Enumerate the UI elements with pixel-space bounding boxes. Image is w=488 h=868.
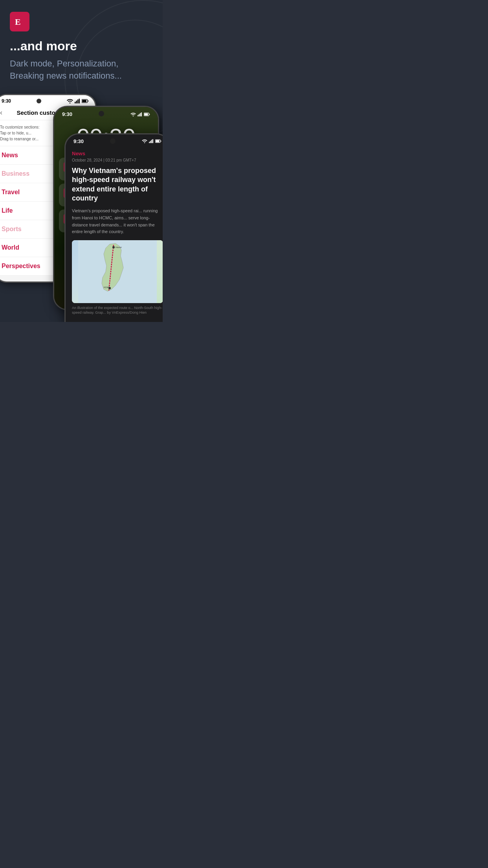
battery-icon <box>82 99 89 103</box>
phone1-time: 9:30 <box>2 98 11 104</box>
svg-text:Hanoi: Hanoi <box>116 246 122 248</box>
svg-rect-16 <box>144 113 148 115</box>
svg-point-24 <box>144 142 145 143</box>
phone1-status-bar: 9:30 <box>0 95 95 105</box>
svg-rect-14 <box>141 112 142 116</box>
svg-text:HCMC: HCMC <box>104 286 110 289</box>
phone3-status-bar: 9:30 <box>66 134 163 146</box>
app-logo: E <box>10 12 29 31</box>
back-icon[interactable]: ‹ <box>0 108 2 117</box>
article-content: News October 28, 2024 | 03:21 pm GMT+7 W… <box>66 146 163 322</box>
page-subtext: Dark mode, Personalization, Breaking new… <box>10 58 153 82</box>
svg-rect-8 <box>82 100 86 102</box>
svg-rect-13 <box>140 113 141 116</box>
svg-rect-12 <box>139 114 139 116</box>
phone3-status-icons <box>142 139 161 143</box>
battery-icon-2 <box>144 112 150 116</box>
svg-point-10 <box>133 116 134 116</box>
phone1-camera <box>37 99 41 103</box>
phone2-status-icons <box>130 112 150 116</box>
svg-rect-27 <box>151 140 152 143</box>
svg-rect-4 <box>76 101 77 103</box>
svg-rect-6 <box>79 99 80 103</box>
svg-rect-25 <box>149 142 150 143</box>
svg-point-2 <box>70 102 71 103</box>
article-image: Hanoi HCMC <box>72 240 163 303</box>
wifi-icon-3 <box>142 139 147 143</box>
phone3-camera <box>110 138 116 144</box>
article-title: Why Vietnam's proposed high-speed railwa… <box>72 166 163 203</box>
svg-rect-17 <box>149 114 150 115</box>
article-category: News <box>72 151 163 156</box>
svg-rect-9 <box>88 100 89 101</box>
wifi-icon <box>67 99 73 103</box>
signal-icon <box>75 99 80 103</box>
svg-rect-11 <box>138 115 138 116</box>
wifi-icon-2 <box>130 112 136 116</box>
signal-icon-2 <box>138 112 142 116</box>
logo-icon: E <box>13 15 26 28</box>
svg-point-34 <box>112 246 115 248</box>
phone2-time: 9:30 <box>62 111 72 117</box>
svg-rect-5 <box>77 99 79 103</box>
battery-icon-3 <box>155 139 161 143</box>
vietnam-map: Hanoi HCMC <box>72 240 163 303</box>
svg-text:E: E <box>15 17 21 27</box>
phone-article-view: 9:30 <box>64 133 163 322</box>
article-caption: An illustration of the expected route o.… <box>72 305 163 315</box>
page-headline: ...and more <box>10 39 153 53</box>
article-body: Vietnam's proposed high-speed rai... run… <box>72 208 163 235</box>
svg-rect-3 <box>75 102 76 103</box>
header-section: E ...and more Dark mode, Personalization… <box>0 0 163 90</box>
phone2-status-bar: 9:30 <box>54 107 158 120</box>
svg-rect-30 <box>156 140 159 142</box>
map-svg: Hanoi HCMC <box>72 240 163 303</box>
signal-icon-3 <box>149 139 154 143</box>
phone2-camera <box>99 111 104 116</box>
phone1-status-icons <box>67 99 89 103</box>
page-wrapper: E ...and more Dark mode, Personalization… <box>0 0 163 322</box>
svg-rect-31 <box>161 141 161 142</box>
phones-container: 9:30 <box>0 94 163 322</box>
svg-rect-26 <box>150 141 151 143</box>
article-date: October 28, 2024 | 03:21 pm GMT+7 <box>72 158 163 162</box>
svg-rect-28 <box>152 139 153 143</box>
phone3-time: 9:30 <box>73 138 84 144</box>
